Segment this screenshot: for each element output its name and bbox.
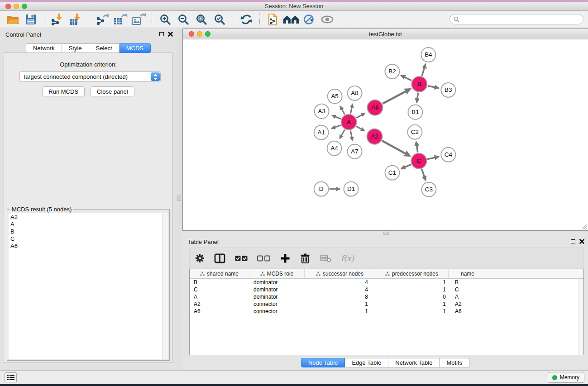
mcds-result-list[interactable]: A2ABCA6 bbox=[9, 213, 168, 359]
node-A1[interactable]: A1 bbox=[314, 125, 329, 140]
column-header-successor-nodes[interactable]: successor nodes bbox=[305, 269, 375, 278]
result-item[interactable]: A2 bbox=[10, 214, 168, 221]
zoom-out-icon[interactable] bbox=[175, 12, 191, 27]
unchecked-pair-icon[interactable] bbox=[257, 255, 271, 262]
column-header-name[interactable]: name bbox=[449, 269, 487, 278]
result-scrollbar[interactable] bbox=[162, 213, 168, 359]
node-B3[interactable]: B3 bbox=[441, 83, 455, 97]
table-row[interactable]: Adominator80A bbox=[190, 293, 583, 300]
export-table-icon[interactable] bbox=[112, 12, 129, 27]
svg-text:B: B bbox=[417, 81, 421, 87]
tab-motifs[interactable]: Motifs bbox=[440, 358, 469, 367]
save-icon[interactable] bbox=[23, 12, 39, 27]
result-item[interactable]: C bbox=[10, 235, 168, 243]
float-panel-icon[interactable] bbox=[159, 32, 164, 36]
pen-slash-icon[interactable] bbox=[301, 12, 317, 27]
tab-select[interactable]: Select bbox=[89, 43, 120, 53]
close-panel-icon[interactable] bbox=[168, 32, 173, 37]
columns-icon[interactable] bbox=[214, 253, 225, 263]
network-canvas[interactable]: B4B2BB3A5A8A6B1A3AC2A1A2A4A7C4CC1C3DD1 bbox=[183, 40, 588, 230]
control-panel-tabs: NetworkStyleSelectMCDS bbox=[0, 43, 177, 53]
splitter-grip[interactable] bbox=[177, 195, 181, 201]
close-panel-button[interactable]: Close panel bbox=[91, 86, 134, 96]
criterion-dropdown[interactable]: largest connected component (directed) bbox=[19, 71, 161, 82]
gear-icon[interactable] bbox=[195, 253, 205, 263]
node-B4[interactable]: B4 bbox=[421, 48, 435, 62]
zoom-selected-icon[interactable] bbox=[211, 12, 228, 27]
node-A5[interactable]: A5 bbox=[328, 89, 342, 104]
node-A2[interactable]: A2 bbox=[367, 129, 382, 144]
resize-grip-icon[interactable] bbox=[581, 223, 587, 229]
search-input[interactable] bbox=[462, 15, 579, 24]
tab-network-table[interactable]: Network Table bbox=[388, 358, 440, 367]
import-table-icon[interactable] bbox=[67, 12, 84, 27]
control-panel-title: Control Panel bbox=[5, 31, 41, 38]
result-item[interactable]: B bbox=[10, 228, 168, 235]
node-A8[interactable]: A8 bbox=[348, 86, 362, 100]
node-D1[interactable]: D1 bbox=[344, 182, 359, 196]
node-B[interactable]: B bbox=[411, 76, 427, 92]
main-toolbar bbox=[0, 11, 588, 28]
checked-pair-icon[interactable] bbox=[235, 255, 248, 262]
status-bar: Memory bbox=[0, 370, 588, 384]
cell: 1 bbox=[305, 308, 375, 315]
result-item[interactable]: A bbox=[10, 221, 168, 228]
node-B2[interactable]: B2 bbox=[385, 64, 400, 79]
cell: 8 bbox=[305, 293, 375, 300]
refresh-icon[interactable] bbox=[238, 12, 254, 27]
import-network-icon[interactable] bbox=[49, 12, 66, 27]
node-C2[interactable]: C2 bbox=[407, 125, 422, 139]
plus-icon[interactable] bbox=[280, 253, 290, 263]
zoom-in-icon[interactable] bbox=[157, 12, 173, 27]
table-tabs: Node TableEdge TableNetwork TableMotifs bbox=[182, 358, 588, 367]
vertical-splitter[interactable] bbox=[177, 28, 182, 370]
tab-style[interactable]: Style bbox=[62, 43, 89, 53]
network-window-titlebar[interactable]: testGlobe.txt bbox=[183, 29, 588, 39]
column-header-MCDS-role[interactable]: MCDS role bbox=[249, 269, 305, 278]
memory-button[interactable]: Memory bbox=[548, 372, 584, 383]
search-box[interactable] bbox=[449, 14, 583, 24]
node-D[interactable]: D bbox=[314, 182, 329, 196]
duplicate-network-icon[interactable] bbox=[265, 12, 281, 27]
table-row[interactable]: A2connector11A2 bbox=[190, 300, 583, 308]
node-A6[interactable]: A6 bbox=[368, 100, 383, 115]
horizontal-splitter[interactable] bbox=[182, 231, 588, 235]
node-A7[interactable]: A7 bbox=[348, 144, 362, 159]
folder-open-icon[interactable] bbox=[5, 12, 21, 27]
task-history-button[interactable] bbox=[5, 372, 17, 382]
svg-text:B2: B2 bbox=[388, 68, 396, 75]
column-header-shared-name[interactable]: shared name bbox=[190, 269, 249, 278]
run-mcds-button[interactable]: Run MCDS bbox=[42, 86, 85, 96]
node-C4[interactable]: C4 bbox=[441, 148, 455, 162]
node-A4[interactable]: A4 bbox=[327, 141, 342, 156]
node-A3[interactable]: A3 bbox=[315, 104, 329, 119]
svg-text:C2: C2 bbox=[411, 129, 419, 135]
node-C3[interactable]: C3 bbox=[421, 182, 436, 197]
table-row[interactable]: Cdominator41C bbox=[190, 286, 583, 293]
eye-icon[interactable] bbox=[319, 12, 335, 27]
float-panel-icon[interactable] bbox=[571, 239, 575, 243]
export-network-icon[interactable] bbox=[94, 12, 110, 27]
zoom-fit-icon[interactable] bbox=[193, 12, 210, 27]
export-image-icon[interactable] bbox=[130, 12, 147, 27]
column-header-predecessor-nodes[interactable]: predecessor nodes bbox=[375, 269, 449, 278]
edge-C-C1 bbox=[402, 164, 411, 168]
tab-edge-table[interactable]: Edge Table bbox=[345, 358, 388, 367]
table-row[interactable]: Bdominator41B bbox=[190, 279, 583, 286]
tab-mcds[interactable]: MCDS bbox=[120, 43, 151, 53]
houses-icon[interactable] bbox=[283, 12, 299, 27]
splitter-grip[interactable] bbox=[383, 232, 389, 235]
edge-A-A5 bbox=[340, 106, 345, 114]
node-C1[interactable]: C1 bbox=[385, 166, 400, 180]
table-row[interactable]: A6connector11A6 bbox=[190, 308, 583, 315]
table-scrollbar[interactable] bbox=[578, 279, 583, 355]
trash-icon[interactable] bbox=[300, 253, 311, 264]
node-B1[interactable]: B1 bbox=[408, 105, 422, 119]
node-A[interactable]: A bbox=[341, 114, 357, 130]
tab-network[interactable]: Network bbox=[26, 43, 62, 53]
node-C[interactable]: C bbox=[411, 153, 426, 169]
tab-node-table[interactable]: Node Table bbox=[301, 358, 345, 367]
close-panel-icon[interactable] bbox=[579, 239, 584, 244]
edge-A-A4 bbox=[340, 129, 345, 138]
result-item[interactable]: A6 bbox=[10, 243, 168, 250]
